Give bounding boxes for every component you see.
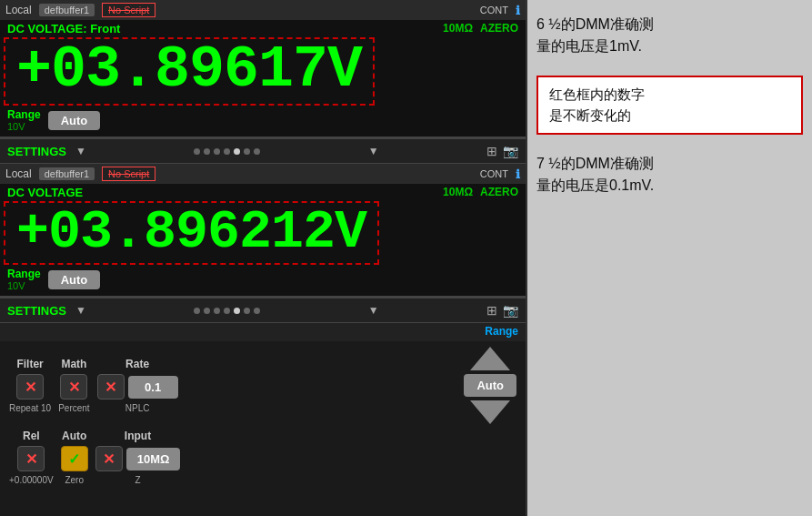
settings2-label: SETTINGS	[7, 304, 66, 318]
settings2-dots	[194, 308, 260, 314]
dmm2-range-value: 10V	[7, 280, 41, 291]
settings1-camera-icon[interactable]: 📷	[503, 144, 518, 158]
annotation-box: 红色框内的数字 是不断变化的	[536, 76, 803, 135]
dmm1-header: Local defbuffer1 No Script CONT ℹ	[0, 0, 526, 20]
inputz-control: Input ✕ 10MΩ Z	[95, 430, 181, 485]
settings2-arrow-left[interactable]: ▼	[75, 304, 86, 317]
math-sub: Percent	[58, 403, 89, 413]
dmm2-local: Local	[5, 167, 32, 180]
rel-control: Rel ✕ +0.00000V	[9, 430, 54, 485]
rate-control: Rate ✕ 0.1 NPLC	[97, 358, 178, 413]
dmm1-dc-label: DC VOLTAGE: Front 10MΩ AZERO	[0, 20, 526, 37]
dmm2-resistance: 10MΩ	[443, 186, 473, 199]
rate-sub: NPLC	[125, 403, 150, 413]
dmm1-buffer: defbuffer1	[39, 4, 95, 16]
inputz-x-icon: ✕	[103, 450, 115, 468]
dmm1-range-label: Range	[7, 108, 41, 121]
controls-second-row: Rel ✕ +0.00000V Auto ✓ Zero	[0, 430, 526, 491]
range-indicator-bar: Range	[0, 323, 526, 341]
dmm1-reading-box: +03.89617V	[4, 37, 375, 106]
settings-bar-2: SETTINGS ▼ ▼ ⊞ 📷	[0, 298, 526, 323]
rel-x-icon: ✕	[25, 450, 37, 468]
autozero-check-button[interactable]: ✓	[61, 446, 88, 471]
settings2-icons: ⊞ 📷	[486, 303, 518, 318]
dmm1-cont: CONT	[480, 5, 508, 15]
autozero-check-icon: ✓	[68, 450, 80, 468]
math-label: Math	[61, 358, 86, 370]
dmm2-header: Local defbuffer1 No Script CONT ℹ	[0, 164, 526, 184]
settings-bar-1: SETTINGS ▼ ▼ ⊞ 📷	[0, 138, 526, 164]
autozero-sub: Zero	[65, 475, 84, 485]
dmm2-range-label: Range	[7, 268, 41, 280]
dmm-section-2: Local defbuffer1 No Script CONT ℹ DC VOL…	[0, 164, 526, 298]
inputz-sub: Z	[135, 475, 140, 485]
inputz-x-button[interactable]: ✕	[95, 446, 123, 471]
filter-control: Filter ✕ Repeat 10	[9, 358, 51, 413]
dmm2-no-script: No Script	[102, 167, 155, 181]
dmm1-range-row: Range 10V Auto	[0, 106, 526, 137]
settings1-arrow-left[interactable]: ▼	[75, 145, 86, 157]
dmm1-range-value: 10V	[7, 121, 41, 132]
dmm-section-1: Local defbuffer1 No Script CONT ℹ DC VOL…	[0, 0, 526, 138]
dmm1-info-icon[interactable]: ℹ	[516, 4, 520, 17]
range-up-arrow[interactable]	[470, 347, 510, 370]
rel-sub: +0.00000V	[9, 475, 54, 485]
filter-label: Filter	[16, 358, 43, 370]
settings1-dots	[194, 148, 260, 155]
dmm1-reading-container: +03.89617V	[4, 37, 522, 106]
dmm2-dc-label: DC VOLTAGE 10MΩ AZERO	[0, 184, 526, 201]
rel-x-button[interactable]: ✕	[17, 446, 45, 471]
controls-main-row: Filter ✕ Repeat 10 Math ✕ Percent	[0, 341, 526, 430]
settings2-camera-icon[interactable]: 📷	[503, 303, 518, 318]
dmm2-reading-box: +03.896212V	[4, 201, 379, 265]
rate-value-button[interactable]: 0.1	[128, 376, 178, 399]
range-indicator: Range	[485, 325, 518, 339]
math-x-icon: ✕	[68, 379, 80, 396]
rate-x-icon: ✕	[105, 379, 116, 396]
filter-sub: Repeat 10	[9, 403, 51, 413]
settings1-label: SETTINGS	[7, 145, 66, 158]
math-x-button[interactable]: ✕	[60, 374, 87, 400]
dmm2-buffer: defbuffer1	[39, 167, 95, 180]
rate-label: Rate	[125, 358, 149, 370]
dmm2-auto-button[interactable]: Auto	[48, 270, 101, 289]
dmm1-azero: AZERO	[480, 22, 518, 35]
range-auto-button[interactable]: Auto	[464, 374, 516, 397]
filter-x-button[interactable]: ✕	[16, 374, 44, 400]
filter-x-icon: ✕	[25, 379, 36, 396]
settings1-grid-icon[interactable]: ⊞	[486, 144, 497, 158]
inputz-value-button[interactable]: 10MΩ	[126, 448, 181, 470]
controls-section: Range Filter ✕ Repeat 10 Math ✕	[0, 323, 526, 516]
right-panel: 6 ½的DMM准确测 量的电压是1mV. 红色框内的数字 是不断变化的 7 ½的…	[527, 0, 812, 516]
dmm1-auto-button[interactable]: Auto	[48, 111, 101, 130]
dmm2-reading-container: +03.896212V	[4, 201, 522, 265]
range-down-arrow[interactable]	[470, 400, 510, 424]
dmm1-reading: +03.89617V	[9, 39, 369, 104]
settings2-grid-icon[interactable]: ⊞	[486, 303, 497, 318]
dmm1-local: Local	[5, 4, 32, 16]
left-panel: Local defbuffer1 No Script CONT ℹ DC VOL…	[0, 0, 527, 516]
dmm2-cont: CONT	[480, 168, 508, 179]
dmm2-reading: +03.896212V	[9, 203, 374, 263]
settings2-arrow-right[interactable]: ▼	[368, 304, 379, 317]
inputz-label: Input	[125, 430, 151, 442]
range-arrows: Auto	[464, 347, 516, 424]
rate-x-button[interactable]: ✕	[97, 374, 125, 400]
settings1-arrow-right[interactable]: ▼	[368, 145, 379, 157]
dmm1-no-script: No Script	[102, 3, 155, 17]
dmm2-range-row: Range 10V Auto	[0, 265, 526, 296]
rel-label: Rel	[23, 430, 40, 442]
dmm2-info-icon[interactable]: ℹ	[516, 167, 520, 181]
settings1-icons: ⊞ 📷	[486, 144, 518, 158]
dmm1-resistance: 10MΩ	[443, 22, 473, 35]
autozero-label: Auto	[62, 430, 86, 442]
annotation-1: 6 ½的DMM准确测 量的电压是1mV.	[536, 14, 803, 57]
dmm2-azero: AZERO	[480, 186, 518, 199]
autozero-control: Auto ✓ Zero	[61, 430, 88, 485]
annotation-2: 7 ½的DMM准确测 量的电压是0.1mV.	[536, 153, 803, 197]
math-control: Math ✕ Percent	[58, 358, 89, 413]
